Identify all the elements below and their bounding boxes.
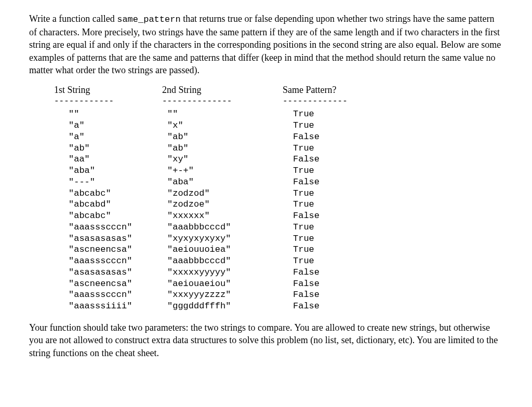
cell-string-1: "a": [54, 131, 162, 143]
cell-string-2: "xxxxxx": [162, 210, 283, 222]
cell-string-1: "ascneencsa": [54, 244, 162, 255]
cell-string-2: "aaabbbcccd": [162, 255, 283, 267]
cell-result: True: [283, 222, 387, 233]
cell-result: False: [283, 154, 387, 165]
table-row: "asasasasas""xxxxxyyyyy"False: [54, 267, 503, 278]
table-row: "ab""ab"True: [54, 143, 503, 154]
cell-string-1: "asasasasas": [54, 267, 162, 278]
table-row: "aba""+-+"True: [54, 165, 503, 177]
dash-col-1: ------------: [54, 97, 162, 105]
cell-result: False: [283, 301, 387, 312]
table-row: "a""ab"False: [54, 131, 503, 143]
cell-string-1: "---": [54, 177, 162, 188]
header-col-3: Same Pattern?: [283, 84, 387, 96]
table-row: "abcabc""xxxxxx"False: [54, 210, 503, 222]
table-row: "ascneencsa""aeiouuoiea"True: [54, 244, 503, 255]
header-col-1: 1st String: [54, 84, 162, 96]
cell-string-2: "zodzod": [162, 188, 283, 199]
cell-result: False: [283, 267, 387, 278]
cell-result: True: [283, 108, 387, 120]
outro-paragraph: Your function should take two parameters…: [29, 321, 503, 359]
dash-col-2: --------------: [162, 97, 283, 105]
cell-result: False: [283, 131, 387, 143]
table-row: "aaassscccn""xxxyyyzzzz"False: [54, 289, 503, 301]
cell-result: False: [283, 278, 387, 290]
table-row: "aaassscccn""aaabbbcccd"True: [54, 222, 503, 233]
cell-string-2: "+-+": [162, 165, 283, 177]
cell-string-1: "aaasssiiii": [54, 301, 162, 312]
cell-result: False: [283, 289, 387, 301]
cell-string-2: "": [162, 108, 283, 120]
cell-string-1: "aa": [54, 154, 162, 165]
cell-string-2: "aaabbbcccd": [162, 222, 283, 233]
table-header-row: 1st String 2nd String Same Pattern?: [54, 84, 503, 96]
cell-result: True: [283, 120, 387, 131]
table-row: "---""aba"False: [54, 177, 503, 188]
cell-string-2: "aba": [162, 177, 283, 188]
table-row: "abcabc""zodzod"True: [54, 188, 503, 199]
table-row: "a""x"True: [54, 120, 503, 131]
cell-result: False: [283, 210, 387, 222]
cell-string-2: "zodzoe": [162, 199, 283, 210]
cell-string-1: "abcabc": [54, 210, 162, 222]
cell-string-1: "aba": [54, 165, 162, 177]
cell-string-2: "ab": [162, 131, 283, 143]
cell-result: True: [283, 143, 387, 154]
table-row: "aaassscccn""aaabbbcccd"True: [54, 255, 503, 267]
cell-result: False: [283, 177, 387, 188]
dash-col-3: -------------: [283, 97, 387, 105]
table-row: "aa""xy"False: [54, 154, 503, 165]
cell-result: True: [283, 199, 387, 210]
cell-string-2: "xy": [162, 154, 283, 165]
cell-string-1: "aaassscccn": [54, 222, 162, 233]
cell-string-1: "abcabc": [54, 188, 162, 199]
table-row: """"True: [54, 108, 503, 120]
cell-string-2: "xxxyyyzzzz": [162, 289, 283, 301]
cell-string-1: "abcabd": [54, 199, 162, 210]
cell-result: True: [283, 165, 387, 177]
cell-string-2: "xyxyxyxyxy": [162, 233, 283, 245]
table-row: "asasasasas""xyxyxyxyxy"True: [54, 233, 503, 245]
table-row: "ascneencsa""aeiouaeiou"False: [54, 278, 503, 290]
cell-string-2: "ab": [162, 143, 283, 154]
header-col-2: 2nd String: [162, 84, 283, 96]
cell-result: True: [283, 255, 387, 267]
cell-string-2: "xxxxxyyyyy": [162, 267, 283, 278]
cell-string-1: "asasasasas": [54, 233, 162, 245]
table-body: """"True"a""x"True"a""ab"False"ab""ab"Tr…: [54, 108, 503, 312]
intro-paragraph: Write a function called same_pattern tha…: [29, 12, 503, 76]
cell-string-1: "aaassscccn": [54, 289, 162, 301]
cell-string-1: "": [54, 108, 162, 120]
header-underline-row: ------------ -------------- ------------…: [54, 97, 503, 105]
cell-string-2: "aeiouuoiea": [162, 244, 283, 255]
table-row: "aaasssiiii""gggdddfffh"False: [54, 301, 503, 312]
cell-string-1: "aaassscccn": [54, 255, 162, 267]
cell-string-1: "ascneencsa": [54, 278, 162, 290]
cell-result: True: [283, 188, 387, 199]
cell-string-2: "x": [162, 120, 283, 131]
cell-string-2: "aeiouaeiou": [162, 278, 283, 290]
pattern-table: 1st String 2nd String Same Pattern? ----…: [54, 84, 503, 312]
cell-result: True: [283, 233, 387, 245]
cell-string-1: "a": [54, 120, 162, 131]
cell-string-1: "ab": [54, 143, 162, 154]
cell-string-2: "gggdddfffh": [162, 301, 283, 312]
cell-result: True: [283, 244, 387, 255]
table-row: "abcabd""zodzoe"True: [54, 199, 503, 210]
